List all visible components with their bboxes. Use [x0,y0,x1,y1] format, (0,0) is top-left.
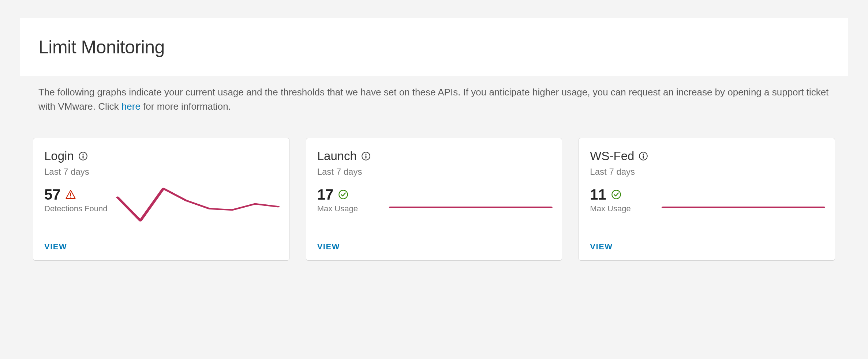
svg-point-12 [612,190,620,199]
metric-label: Max Usage [590,204,656,213]
metric-label: Max Usage [317,204,383,213]
view-button[interactable]: VIEW [590,242,824,252]
more-info-link[interactable]: here [121,101,141,112]
check-circle-icon [611,189,622,200]
info-icon[interactable] [78,151,88,161]
metric-row: 57 [44,187,110,202]
svg-rect-2 [82,155,83,159]
metric-column: 57 Detections Found [44,187,110,213]
card-wsfed: WS-Fed Last 7 days 11 Max Usage [579,138,835,261]
card-title: Login [44,149,74,163]
page-title-block: Limit Monitoring [20,18,848,76]
cards-row: Login Last 7 days 57 Detections Found [15,123,853,275]
sparkline-chart [663,187,824,227]
metric-value: 57 [44,187,61,202]
svg-point-10 [643,154,644,155]
metric-row: 11 [590,187,656,202]
view-button[interactable]: VIEW [44,242,278,252]
svg-point-1 [82,154,83,155]
metric-value: 17 [317,187,334,202]
description-text-after: for more information. [141,101,231,112]
svg-rect-7 [365,155,366,159]
card-header: Login [44,149,278,163]
card-launch: Launch Last 7 days 17 Max Usage [306,138,562,261]
svg-rect-11 [643,155,644,159]
metric-column: 17 Max Usage [317,187,383,213]
info-icon[interactable] [639,151,648,161]
card-body: 11 Max Usage [590,187,824,227]
warning-triangle-icon [65,189,76,200]
card-subtitle: Last 7 days [317,167,551,177]
view-button[interactable]: VIEW [317,242,551,252]
sparkline-chart [390,187,551,227]
svg-point-6 [365,154,366,155]
page-description: The following graphs indicate your curre… [20,80,848,123]
card-subtitle: Last 7 days [590,167,824,177]
metric-row: 17 [317,187,383,202]
card-header: WS-Fed [590,149,824,163]
card-body: 57 Detections Found [44,187,278,227]
info-icon[interactable] [361,151,371,161]
card-header: Launch [317,149,551,163]
page-title: Limit Monitoring [38,37,830,58]
sparkline-chart [117,187,278,227]
card-subtitle: Last 7 days [44,167,278,177]
card-title: WS-Fed [590,149,634,163]
metric-value: 11 [590,187,606,202]
limit-monitoring-page: Limit Monitoring The following graphs in… [0,18,868,275]
svg-point-8 [339,190,348,199]
card-login: Login Last 7 days 57 Detections Found [33,138,289,261]
card-body: 17 Max Usage [317,187,551,227]
metric-label: Detections Found [44,204,110,213]
svg-point-4 [70,197,71,198]
card-title: Launch [317,149,357,163]
check-circle-icon [338,189,349,200]
metric-column: 11 Max Usage [590,187,656,213]
